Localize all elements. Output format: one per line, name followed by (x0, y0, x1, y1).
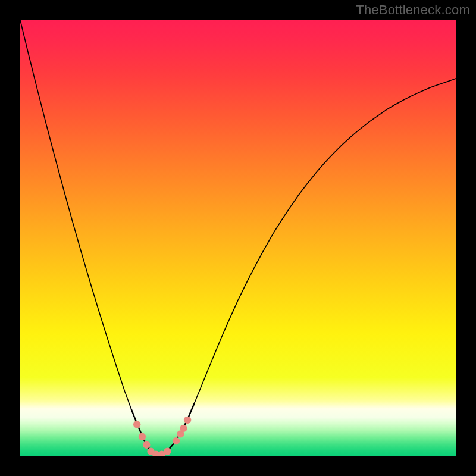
chart-frame: TheBottleneck.com (0, 0, 476, 476)
data-point (184, 416, 191, 424)
data-point (133, 421, 140, 428)
data-point (164, 447, 171, 455)
chart-svg (20, 20, 456, 456)
data-point (143, 441, 150, 449)
plot-area (20, 20, 456, 456)
data-point (173, 437, 180, 444)
data-point (139, 433, 146, 440)
gradient-background (20, 20, 456, 456)
watermark-text: TheBottleneck.com (356, 2, 470, 18)
data-point (180, 425, 187, 432)
